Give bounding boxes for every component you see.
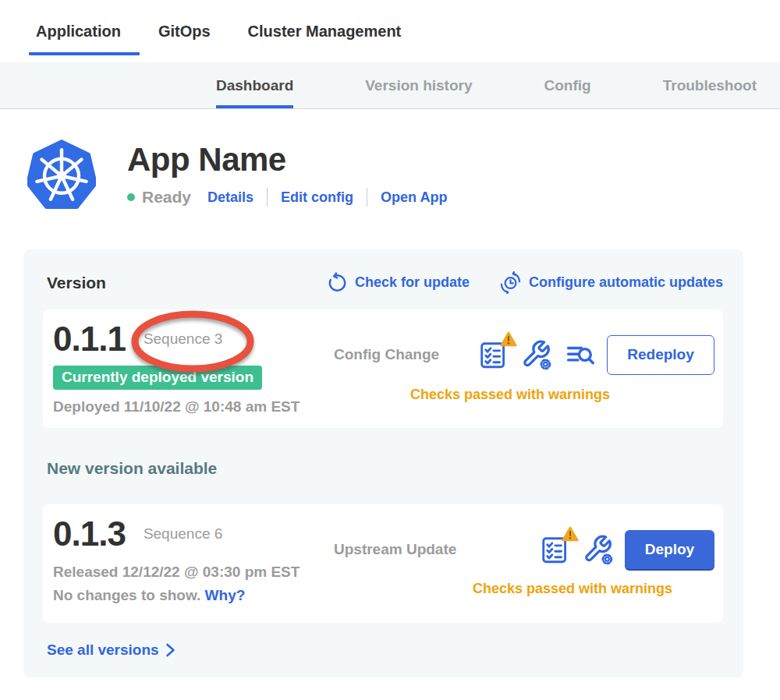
no-changes-row: No changes to show. Why?	[53, 587, 245, 604]
deploy-button[interactable]: Deploy	[625, 530, 714, 569]
tab-cluster-management[interactable]: Cluster Management	[248, 0, 402, 62]
new-version-icons	[539, 534, 614, 565]
new-version-info: 0.1.3 Sequence 6 Released 12/12/22 @ 03:…	[53, 515, 334, 612]
current-version-actions-row: Config Change	[334, 335, 714, 375]
open-app-link[interactable]: Open App	[381, 189, 447, 206]
new-version-card: 0.1.3 Sequence 6 Released 12/12/22 @ 03:…	[43, 504, 723, 623]
chevron-right-icon	[165, 642, 176, 658]
tab-troubleshoot[interactable]: Troubleshoot	[663, 62, 757, 108]
new-source-label: Upstream Update	[334, 541, 456, 558]
app-status: Ready	[142, 188, 191, 207]
redeploy-button[interactable]: Redeploy	[607, 335, 714, 375]
current-version-number: 0.1.1	[53, 322, 126, 356]
new-checks-status: Checks passed with warnings	[382, 581, 763, 597]
new-sequence-label: Sequence 6	[144, 525, 222, 543]
tab-dashboard[interactable]: Dashboard	[216, 62, 293, 108]
see-all-versions-label: See all versions	[47, 642, 159, 659]
preflight-checks-icon[interactable]	[477, 339, 509, 370]
top-nav: Application GitOps Cluster Management	[0, 0, 780, 62]
kubernetes-logo-icon	[27, 139, 96, 210]
released-timestamp: Released 12/12/22 @ 03:30 pm EST	[53, 564, 300, 581]
app-header: App Name Ready Details Edit config Open …	[0, 109, 780, 210]
version-heading: Version	[47, 274, 106, 292]
configure-automatic-updates-label: Configure automatic updates	[529, 274, 723, 291]
view-files-icon[interactable]	[565, 339, 596, 370]
app-title: App Name	[127, 142, 447, 178]
app-info: App Name Ready Details Edit config Open …	[127, 139, 447, 207]
new-version-actions-row: Upstream Update	[334, 530, 714, 569]
currently-deployed-badge: Currently deployed version	[53, 366, 262, 390]
no-changes-text: No changes to show.	[53, 587, 200, 603]
warning-triangle-icon	[500, 331, 517, 347]
version-panel: Version Check for update Configure	[23, 249, 743, 677]
preflight-checks-icon[interactable]	[539, 534, 570, 565]
current-sequence-label: Sequence 3	[144, 331, 222, 348]
app-status-row: Ready Details Edit config Open App	[127, 188, 447, 207]
deployed-timestamp: Deployed 11/10/22 @ 10:48 am EST	[53, 398, 300, 415]
tab-gitops[interactable]: GitOps	[158, 0, 211, 62]
divider	[267, 188, 268, 207]
new-version-actions: Upstream Update	[334, 515, 714, 612]
check-for-update-label: Check for update	[355, 274, 470, 291]
tab-config[interactable]: Config	[544, 62, 591, 108]
tab-application[interactable]: Application	[36, 0, 121, 62]
current-version-row: 0.1.1 Sequence 3	[53, 320, 222, 358]
auto-update-clock-icon	[499, 271, 522, 294]
new-version-available-heading: New version available	[47, 459, 723, 478]
see-all-versions-link[interactable]: See all versions	[47, 642, 176, 659]
details-link[interactable]: Details	[207, 189, 254, 206]
tab-cluster-management-label: Cluster Management	[248, 23, 402, 41]
config-wrench-icon[interactable]	[521, 339, 552, 370]
check-for-update-link[interactable]: Check for update	[327, 272, 470, 293]
configure-automatic-updates-link[interactable]: Configure automatic updates	[499, 271, 723, 294]
current-version-info: 0.1.1 Sequence 3 Currently deployed vers…	[53, 320, 334, 417]
sub-nav: Dashboard Version history Config Trouble…	[0, 62, 780, 109]
warning-triangle-icon	[562, 526, 579, 542]
tab-version-history[interactable]: Version history	[365, 62, 472, 108]
current-version-actions: Config Change	[334, 320, 714, 417]
edit-config-link[interactable]: Edit config	[281, 189, 353, 206]
tab-application-label: Application	[36, 23, 121, 41]
config-wrench-icon[interactable]	[583, 534, 614, 565]
status-green-dot-icon	[127, 193, 135, 201]
current-checks-status: Checks passed with warnings	[320, 387, 700, 403]
current-version-card: 0.1.1 Sequence 3 Currently deployed vers…	[43, 309, 723, 428]
new-version-row: 0.1.3 Sequence 6	[53, 515, 222, 553]
tab-gitops-label: GitOps	[158, 23, 211, 41]
new-version-number: 0.1.3	[53, 517, 126, 551]
current-source-label: Config Change	[334, 346, 439, 363]
divider	[367, 188, 367, 207]
version-panel-header: Version Check for update Configure	[43, 271, 723, 294]
why-link[interactable]: Why?	[205, 587, 246, 603]
current-version-icons	[477, 339, 596, 370]
version-panel-actions: Check for update Configure automatic upd…	[327, 271, 723, 294]
refresh-icon	[327, 272, 348, 293]
